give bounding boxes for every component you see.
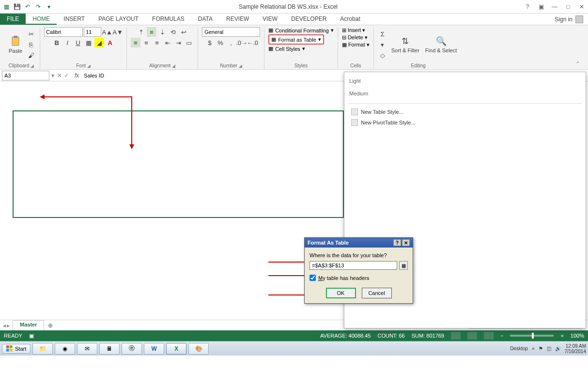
align-left-icon[interactable]: ≡ — [131, 38, 140, 47]
sheet-tab-master[interactable]: Master — [13, 320, 44, 330]
ribbon-opts-icon[interactable]: ▣ — [537, 3, 545, 10]
clear-icon[interactable]: ◇ — [378, 50, 387, 60]
signin[interactable]: Sign in — [550, 14, 588, 25]
new-sheet-icon[interactable]: ⊕ — [44, 320, 57, 330]
align-bottom-icon[interactable]: ⇣ — [157, 27, 167, 37]
cell-styles-button[interactable]: ▦ Cell Styles ▾ — [268, 46, 305, 52]
tab-view[interactable]: VIEW — [256, 14, 284, 25]
font-launcher-icon[interactable]: ◢ — [87, 63, 91, 68]
cancel-entry-icon[interactable]: ✕ — [57, 72, 62, 79]
paste-button[interactable]: Paste — [7, 34, 24, 55]
ok-button[interactable]: OK — [326, 288, 356, 298]
tab-formulas[interactable]: FORMULAS — [145, 14, 191, 25]
font-name-combo[interactable] — [44, 27, 83, 37]
undo-icon[interactable]: ↶ — [23, 2, 32, 11]
qat-customize-icon[interactable]: ▾ — [45, 2, 53, 11]
insert-cells-button[interactable]: ⊞ Insert ▾ — [342, 27, 366, 33]
save-icon[interactable]: 💾 — [13, 2, 21, 11]
format-cells-button[interactable]: ▦ Format ▾ — [342, 42, 370, 48]
font-size-combo[interactable] — [84, 27, 101, 37]
orientation-icon[interactable]: ⟲ — [168, 27, 178, 37]
conditional-formatting-button[interactable]: ▦ Conditional Formatting ▾ — [268, 27, 334, 33]
start-button[interactable]: Start — [2, 344, 31, 354]
new-pivot-style-button[interactable]: New PivotTable Style... — [348, 117, 582, 128]
tab-home[interactable]: HOME — [26, 14, 57, 25]
tray-network-icon[interactable]: ◫ — [547, 346, 551, 351]
collapse-ribbon-icon[interactable]: ⌃ — [571, 59, 585, 69]
sheet-prev-icon[interactable]: ◂ — [3, 322, 6, 329]
align-middle-icon[interactable]: ≡ — [147, 27, 156, 37]
headers-label[interactable]: MMy table has headersy table has headers — [318, 275, 369, 281]
number-format-combo[interactable] — [202, 27, 260, 37]
headers-checkbox[interactable] — [309, 275, 316, 281]
tab-review[interactable]: REVIEW — [219, 14, 256, 25]
redo-icon[interactable]: ↷ — [34, 2, 43, 11]
maximize-icon[interactable]: □ — [564, 3, 573, 10]
font-color-icon[interactable]: A — [105, 38, 115, 47]
minimize-icon[interactable]: — — [550, 3, 559, 10]
comma-icon[interactable]: , — [226, 38, 236, 47]
name-box[interactable] — [2, 71, 49, 80]
fill-color-icon[interactable]: ◢ — [94, 38, 104, 47]
taskbar-chrome-icon[interactable]: ◉ — [55, 343, 75, 355]
zoom-slider[interactable] — [510, 335, 554, 337]
cut-icon[interactable]: ✂ — [26, 29, 36, 39]
autosum-icon[interactable]: Σ — [378, 29, 387, 39]
increase-font-icon[interactable]: A▲ — [102, 27, 112, 37]
decrease-font-icon[interactable]: A▼ — [113, 27, 123, 37]
bold-button[interactable]: B — [52, 38, 62, 47]
borders-icon[interactable]: ▦ — [84, 38, 93, 47]
dialog-help-icon[interactable]: ? — [393, 239, 401, 246]
taskbar-ie-icon[interactable]: ⓔ — [122, 343, 142, 355]
find-select-button[interactable]: 🔍Find & Select — [423, 35, 459, 54]
delete-cells-button[interactable]: ⊟ Delete ▾ — [342, 34, 368, 41]
underline-button[interactable]: U — [73, 38, 83, 47]
close-icon[interactable]: ✕ — [577, 3, 586, 10]
desktop-button[interactable]: Desktop — [510, 346, 528, 351]
align-right-icon[interactable]: ≡ — [152, 38, 162, 47]
zoom-out-icon[interactable]: − — [500, 333, 503, 339]
help-icon[interactable]: ? — [523, 3, 532, 10]
align-top-icon[interactable]: ⇡ — [136, 27, 146, 37]
indent-inc-icon[interactable]: ⇥ — [173, 38, 183, 47]
percent-icon[interactable]: % — [216, 38, 225, 47]
dec-decimal-icon[interactable]: ←.0 — [248, 38, 257, 47]
range-input[interactable] — [309, 261, 397, 270]
cancel-button[interactable]: Cancel — [362, 288, 392, 298]
italic-button[interactable]: I — [62, 38, 72, 47]
tray-flag-icon[interactable]: ⚑ — [539, 346, 543, 351]
macro-record-icon[interactable]: ▣ — [29, 333, 34, 339]
zoom-in-icon[interactable]: + — [560, 333, 563, 339]
taskbar-word-icon[interactable]: W — [144, 343, 164, 355]
align-center-icon[interactable]: ≡ — [141, 38, 151, 47]
tray-chevron-icon[interactable]: » — [532, 346, 535, 351]
system-clock[interactable]: 12:09 AM 7/16/2014 — [565, 343, 587, 354]
fill-icon[interactable]: ▾ — [378, 40, 387, 49]
tab-acrobat[interactable]: Acrobat — [333, 14, 367, 25]
sort-filter-button[interactable]: ⇅Sort & Filter — [389, 35, 421, 54]
fx-icon[interactable]: fx — [72, 72, 82, 79]
copy-icon[interactable]: ⎘ — [26, 40, 36, 49]
taskbar-excel-icon[interactable]: X — [166, 343, 186, 355]
currency-icon[interactable]: $ — [205, 38, 215, 47]
view-layout-icon[interactable] — [467, 332, 477, 340]
taskbar-paint-icon[interactable]: 🎨 — [188, 343, 209, 355]
view-normal-icon[interactable] — [451, 332, 461, 340]
taskbar-outlook-icon[interactable]: ✉ — [77, 343, 97, 355]
clipboard-launcher-icon[interactable]: ◢ — [31, 63, 34, 68]
tab-insert[interactable]: INSERT — [57, 14, 92, 25]
enter-entry-icon[interactable]: ✓ — [64, 72, 69, 79]
file-tab[interactable]: FILE — [0, 14, 26, 25]
tab-developer[interactable]: DEVELOPER — [284, 14, 333, 25]
taskbar-calc-icon[interactable]: 🖩 — [99, 343, 120, 355]
view-break-icon[interactable] — [484, 332, 494, 340]
alignment-launcher-icon[interactable]: ◢ — [172, 63, 175, 68]
tray-volume-icon[interactable]: 🔊 — [555, 346, 561, 351]
tab-page-layout[interactable]: PAGE LAYOUT — [92, 14, 145, 25]
dialog-close-icon[interactable]: ✕ — [402, 239, 410, 246]
sheet-next-icon[interactable]: ▸ — [7, 322, 10, 329]
inc-decimal-icon[interactable]: .0→ — [237, 38, 247, 47]
range-picker-icon[interactable]: ▦ — [399, 261, 408, 270]
indent-dec-icon[interactable]: ⇤ — [163, 38, 172, 47]
wrap-text-icon[interactable]: ↩ — [179, 27, 188, 37]
